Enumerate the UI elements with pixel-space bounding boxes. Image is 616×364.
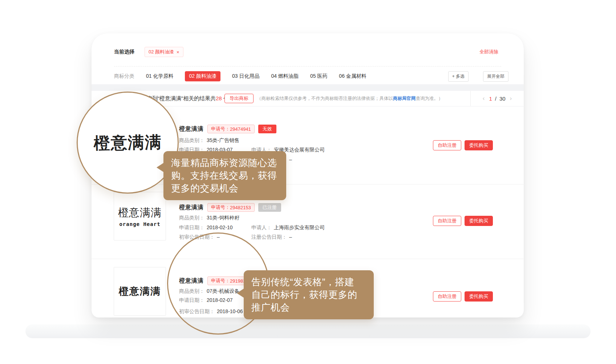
disclaimer-text: （商标检索结果仅供参考，不作为商标能否注册的法律依据；具体以商标局官网查询为准。… [257,91,443,106]
field-label: 商品类别： [179,137,204,143]
trademark-image-text: 橙意满满 [118,206,162,220]
callout-line: 告别传统“发表格”，搭建 [251,276,366,288]
category-field: 商品类别：31类-饲料种籽 [179,215,239,222]
category-row: 商标分类 01 化学原料 02 颜料油漆 03 日化用品 04 燃料油脂 05 … [114,70,508,82]
export-trademark-button[interactable]: 导出商标 [224,94,254,103]
callout-bubble-1: 海量精品商标资源随心选 购。支持在线交易，获得 更多的交易机会 [163,151,286,200]
self-register-button[interactable]: 自助注册 [433,216,461,226]
next-page-button[interactable]: › [508,95,514,102]
category-field: 商品类别：35类-广告销售 [179,137,239,145]
application-number-tag: 申请号：29474941 [207,125,255,133]
callout-line: 海量精品商标资源随心选 [171,157,279,169]
self-register-button[interactable]: 自助注册 [433,291,461,302]
disclaimer-prefix: （商标检索结果仅供参考，不作为商标能否注册的法律依据；具体以 [257,96,393,101]
disclaimer-suffix: 查询为准。） [416,96,443,101]
field-label: 注册公告日期： [251,234,287,240]
field-value: – [289,157,292,162]
selected-filter-tag-label: 02 颜料油漆 [149,49,174,55]
row-actions: 自助注册 委托购买 [433,140,493,150]
category-label: 商标分类 [114,73,134,80]
prev-page-button[interactable]: ‹ [481,95,486,102]
field-value: 上海雨步实业有限公司 [274,225,325,230]
total-pages: 30 [499,96,506,102]
result-count: 28 [216,95,222,101]
clear-all-button[interactable]: 全部清除 [479,49,498,55]
app-window: 当前选择 02 颜料油漆 × 全部清除 商标分类 01 化学原料 02 颜料油漆… [0,0,616,364]
current-selection-label: 当前选择 [114,49,134,55]
pagination: ‹ 1 / 30 › [470,91,524,106]
row-actions: 自助注册 委托购买 [433,216,493,226]
trademark-name: 橙意满满 [179,125,204,133]
trademark-name-line: 橙意满满 申请号：29482153 已注册 [179,203,281,212]
category-item-05[interactable]: 05 医药 [310,73,327,80]
trademark-image[interactable]: 橙意满满 [114,267,166,316]
filter-panel: 当前选择 02 颜料油漆 × 全部清除 商标分类 01 化学原料 02 颜料油漆… [92,33,524,84]
category-item-02-selected[interactable]: 02 颜料油漆 [185,71,220,81]
trademark-image-text: 橙意满满 [119,285,161,298]
category-item-04[interactable]: 04 燃料油脂 [271,73,298,80]
multi-select-button[interactable]: + 多选 [448,71,469,82]
field-value: 2018-02-10 [207,225,233,230]
field-label: 申请日期： [179,225,204,230]
trademark-name-line: 橙意满满 申请号：29474941 无效 [179,125,276,133]
field-label: 申请人： [251,225,272,230]
application-number: 29482153 [230,205,251,210]
callout-bubble-2: 告别传统“发表格”，搭建 自己的标行，获得更多的 推广机会 [244,270,374,319]
entrust-buy-button[interactable]: 委托购买 [465,140,493,150]
close-icon[interactable]: × [177,50,179,54]
application-number-tag: 申请号：29482153 [207,203,255,212]
row-actions: 自助注册 委托购买 [433,291,493,302]
row-divider [92,259,524,259]
dashed-divider [114,66,501,66]
expand-all-button[interactable]: 展开全部 [483,71,508,82]
laptop-base [25,324,591,338]
callout-line: 推广机会 [251,301,366,314]
status-badge: 已注册 [258,203,281,212]
selected-filter-tag[interactable]: 02 颜料油漆 × [145,47,183,57]
page-separator: / [495,96,497,102]
callout-line: 自己的标行，获得更多的 [251,288,366,301]
trademark-image-subtext: orange Heart [119,221,160,227]
trademark-name: 橙意满满 [179,204,204,211]
callout-line: 购。支持在线交易，获得 [171,169,279,182]
trademark-office-link[interactable]: 商标局官网 [393,96,416,101]
category-item-01[interactable]: 01 化学原料 [146,73,173,80]
current-selection-row: 当前选择 02 颜料油漆 × 全部清除 [114,46,501,57]
entrust-buy-button[interactable]: 委托购买 [465,291,493,302]
field-value: 31类-饲料种籽 [207,215,239,221]
trademark-image[interactable]: 橙意满满 orange Heart [114,192,166,240]
current-page: 1 [489,96,492,102]
category-item-06[interactable]: 06 金属材料 [339,73,366,80]
callout-line: 更多的交易机会 [171,182,279,195]
magnified-trademark-text: 橙意满满 [93,131,162,154]
self-register-button[interactable]: 自助注册 [433,140,461,150]
date-applicant-field: 申请日期：2018-02-10 申请人：上海雨步实业有限公司 [179,225,325,232]
field-value: – [289,234,292,240]
field-value: 35类-广告销售 [207,137,239,143]
status-badge: 无效 [258,125,276,133]
application-number-label: 申请号： [211,204,230,211]
category-item-03[interactable]: 03 日化用品 [232,73,259,80]
entrust-buy-button[interactable]: 委托购买 [465,216,493,226]
application-number-label: 申请号： [211,126,230,132]
field-label: 商品类别： [179,215,204,221]
application-number: 29474941 [230,126,251,132]
